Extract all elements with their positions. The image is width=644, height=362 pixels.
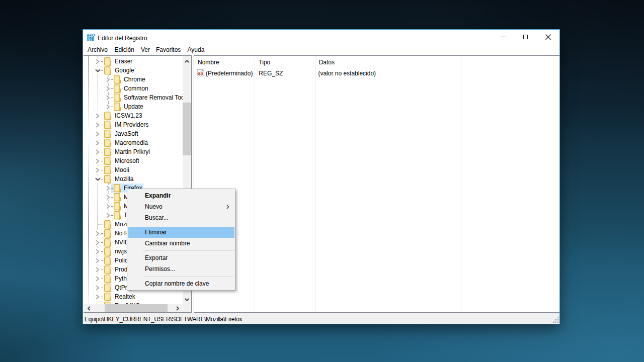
svg-text:ab: ab	[198, 70, 203, 76]
